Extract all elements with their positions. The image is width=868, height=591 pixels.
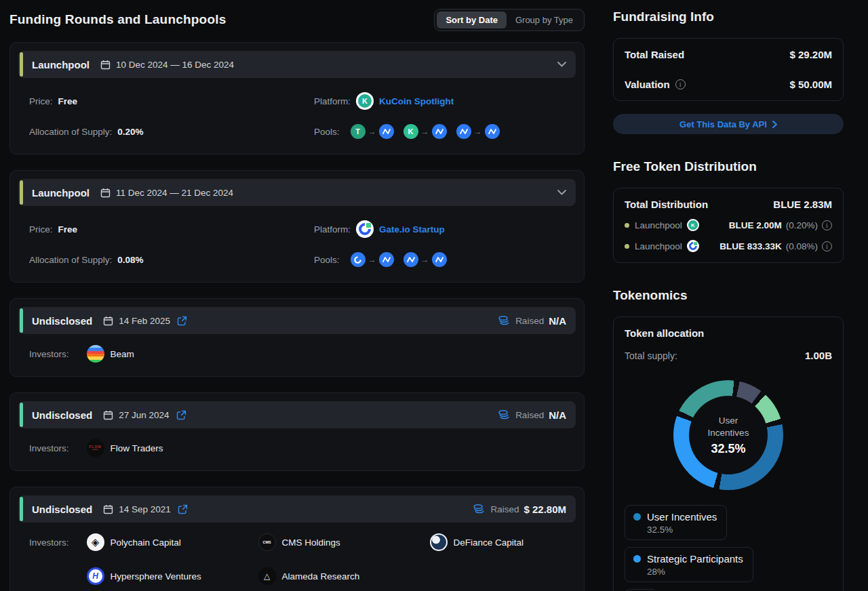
investor-item[interactable]: DeFiance Capital — [430, 533, 601, 551]
investor-item[interactable]: CMSCMS Holdings — [258, 533, 430, 551]
get-data-by-api-button[interactable]: Get This Data By API — [613, 114, 844, 134]
total-supply-value: 1.00B — [805, 350, 832, 361]
external-link[interactable] — [177, 316, 187, 326]
raised-value: N/A — [549, 315, 566, 327]
info-icon[interactable]: i — [822, 220, 832, 230]
kucoin-glyph: K — [358, 94, 372, 108]
price-row: Price:Free — [29, 92, 314, 110]
legend-item-top: Strategic Participants — [633, 553, 743, 565]
round-accent-bar — [20, 180, 23, 205]
round-header[interactable]: Launchpool10 Dec 2024 — 16 Dec 2024 — [18, 51, 576, 78]
legend-dot — [633, 555, 641, 563]
distribution-source-label: Launchpool — [635, 241, 682, 251]
funding-round-card: Undisclosed14 Feb 2025RaisedN/AInvestors… — [9, 298, 585, 377]
external-link[interactable] — [178, 504, 188, 514]
pool-pair[interactable]: → — [456, 124, 500, 139]
distribution-source-label: Launchpool — [635, 220, 682, 230]
legend-value: 32.5% — [647, 525, 717, 535]
investors-label: Investors: — [29, 443, 69, 453]
defi-logo-icon — [430, 533, 448, 551]
pool-pair[interactable]: → — [351, 252, 394, 267]
investor-item[interactable]: FLOW•••Flow Traders — [87, 439, 163, 457]
page-header: Funding Rounds and Launchpools Sort by D… — [9, 7, 585, 33]
round-date: 27 Jun 2024 — [119, 410, 169, 420]
alameda-logo-icon: △ — [258, 567, 276, 585]
calendar-icon — [103, 316, 113, 326]
token-allocation-donut-chart[interactable]: UserIncentives32.5% — [673, 380, 783, 490]
expand-chevron[interactable] — [557, 190, 566, 195]
coin-blue-icon — [485, 124, 500, 139]
token-glyph — [382, 257, 391, 262]
round-type-label: Undisclosed — [32, 315, 92, 327]
platform-link[interactable]: KuCoin Spotlight — [379, 96, 454, 106]
distribution-amount: BLUE 2.00M — [729, 220, 782, 230]
investor-item[interactable]: Beam — [87, 345, 134, 363]
calendar-icon — [103, 504, 113, 514]
arrow-icon: → — [368, 127, 376, 136]
kucoin-icon: K — [356, 92, 374, 110]
round-details: Price:FreePlatform:KKuCoin SpotlightAllo… — [18, 78, 576, 152]
external-link-icon — [176, 410, 186, 420]
round-type-label: Undisclosed — [32, 504, 92, 515]
coin-sui-icon — [456, 124, 471, 139]
pool-pair[interactable]: T→ — [351, 124, 394, 139]
round-type-label: Launchpool — [32, 59, 90, 70]
funding-round-card: Launchpool10 Dec 2024 — 16 Dec 2024Price… — [9, 42, 585, 155]
fundraising-label: Total Raised — [625, 49, 684, 60]
coin-blue-icon — [379, 124, 394, 139]
legend-dot — [633, 513, 641, 521]
info-icon[interactable]: i — [675, 79, 686, 89]
pool-pair[interactable]: K→ — [403, 124, 447, 139]
external-link[interactable] — [176, 410, 186, 420]
round-header[interactable]: Undisclosed14 Feb 2025RaisedN/A — [18, 307, 576, 334]
coin-usdt-icon: T — [351, 124, 366, 139]
round-header[interactable]: Launchpool11 Dec 2024 — 21 Dec 2024 — [18, 179, 576, 206]
token-glyph — [435, 257, 443, 262]
coin-blue-icon — [432, 252, 447, 267]
gate-glyph — [359, 223, 371, 235]
allocation-value: 0.20% — [117, 127, 143, 137]
round-accent-bar — [20, 52, 23, 77]
page-title: Funding Rounds and Launchpools — [9, 12, 226, 27]
investor-name: Beam — [111, 349, 134, 359]
investors-list: ◈Polychain CapitalCMSCMS HoldingsDeFianc… — [87, 533, 601, 585]
fundraising-label-wrap: Total Raised — [625, 49, 684, 60]
platform-link[interactable]: Gate.io Startup — [379, 224, 445, 235]
info-icon[interactable]: i — [822, 241, 832, 251]
legend-item[interactable]: User Incentives32.5% — [625, 505, 727, 540]
investor-item[interactable]: ◈Polychain Capital — [87, 533, 258, 551]
distribution-values: BLUE 833.33K(0.08%)i — [719, 241, 832, 251]
raised-value: N/A — [549, 409, 566, 421]
pool-pair[interactable]: → — [403, 252, 447, 267]
investor-item[interactable]: HHypersphere Ventures — [87, 567, 258, 585]
round-type-label: Launchpool — [32, 187, 90, 199]
distribution-values: BLUE 2.00M(0.20%)i — [729, 220, 832, 230]
investor-item[interactable]: △Alameda Research — [258, 567, 430, 585]
fundraising-row: Valuationi$ 50.00M — [625, 79, 832, 90]
investors-row: Investors:FLOW•••Flow Traders — [18, 428, 576, 469]
investor-name: Polychain Capital — [111, 537, 181, 548]
token-glyph — [460, 129, 468, 134]
round-header[interactable]: Undisclosed27 Jun 2024RaisedN/A — [18, 401, 576, 428]
funding-round-card: Launchpool11 Dec 2024 — 21 Dec 2024Price… — [9, 170, 585, 283]
chevron-down-icon — [557, 190, 566, 195]
legend-item[interactable]: Strategic Participants28% — [625, 547, 753, 582]
price-label: Price: — [29, 224, 53, 235]
funding-round-card: Undisclosed14 Sep 2021Raised$ 22.80MInve… — [9, 487, 585, 591]
platform-label: Platform: — [314, 224, 351, 235]
token-glyph — [407, 257, 415, 262]
price-row: Price:Free — [29, 220, 314, 238]
calendar-icon — [103, 410, 113, 420]
token-allocation-card: Token allocation Total supply: 1.00B Use… — [613, 317, 844, 591]
round-details: Price:FreePlatform:Gate.io StartupAlloca… — [18, 206, 576, 281]
pools-list: →→ — [351, 252, 447, 267]
distribution-percent: (0.08%) — [786, 241, 818, 251]
token-glyph — [435, 129, 443, 134]
cms-logo-icon: CMS — [258, 533, 276, 551]
expand-chevron[interactable] — [557, 62, 566, 67]
investor-name: CMS Holdings — [282, 537, 340, 548]
round-header[interactable]: Undisclosed14 Sep 2021Raised$ 22.80M — [18, 495, 576, 523]
toggle-group-by-type[interactable]: Group by Type — [507, 12, 582, 28]
toggle-sort-by-date[interactable]: Sort by Date — [437, 12, 507, 28]
flow-logo-icon: FLOW••• — [87, 439, 104, 457]
